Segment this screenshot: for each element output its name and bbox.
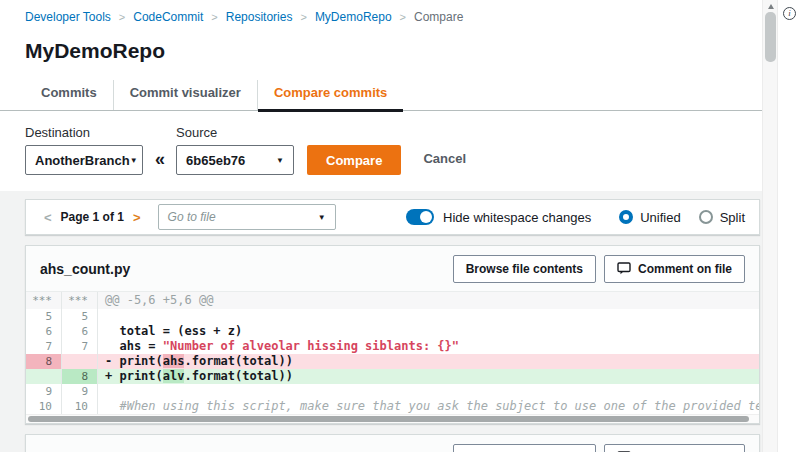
destination-select[interactable]: AnotherBranch ▼ [25, 145, 143, 175]
source-select[interactable]: 6b65eb76 ▼ [176, 145, 294, 175]
diff-table: *** *** @@ -5,6 +5,6 @@ 5 5 6 6 total = … [26, 291, 759, 414]
diff-line-content: ahs = "Number of alveolar hissing siblan… [98, 339, 759, 354]
browse-file-contents-button[interactable]: Browse file contents [453, 255, 596, 283]
radio-label: Split [720, 210, 745, 225]
toggle-knob [420, 211, 432, 223]
diff-toolbar: < Page 1 of 1 > Go to file ▼ Hide whites… [25, 199, 760, 235]
radio-label: Unified [640, 210, 680, 225]
diff-line-content [98, 384, 759, 399]
destination-field: Destination AnotherBranch ▼ [25, 125, 143, 175]
breadcrumb-link[interactable]: Developer Tools [25, 10, 111, 24]
source-field: Source 6b65eb76 ▼ [176, 125, 294, 175]
view-mode-unified[interactable]: Unified [619, 210, 680, 225]
go-to-file-select[interactable]: Go to file ▼ [158, 204, 336, 230]
chevron-down-icon: ▼ [318, 213, 326, 222]
destination-value: AnotherBranch [35, 153, 130, 168]
new-line-number: 7 [62, 339, 98, 354]
go-to-file-placeholder: Go to file [168, 210, 216, 224]
chevron-down-icon: ▼ [130, 156, 138, 165]
new-line-number: 6 [62, 324, 98, 339]
new-line-number: 10 [62, 399, 98, 414]
new-line-number: 9 [62, 384, 98, 399]
diff-line-content: - print(ahs.format(total)) [98, 354, 759, 369]
compare-button[interactable]: Compare [307, 145, 401, 175]
code-segment: total = (ess + z) [105, 324, 242, 338]
code-segment: .format(total)) [184, 369, 292, 383]
diff-line-content: total = (ess + z) [98, 324, 759, 339]
old-line-number: 10 [26, 399, 62, 414]
breadcrumb-link[interactable]: Repositories [226, 10, 293, 24]
view-mode-radio-group: UnifiedSplit [619, 210, 745, 225]
cancel-button[interactable]: Cancel [423, 145, 466, 175]
previous-page-button[interactable]: < [40, 210, 56, 225]
horizontal-scrollbar-thumb[interactable] [28, 416, 749, 422]
diff-line-content: + print(alv.format(total)) [98, 369, 759, 384]
tab-compare-commits[interactable]: Compare commits [257, 80, 403, 110]
file-diff-card: ahs_count.py Browse file contents Commen… [25, 245, 760, 424]
browse-file-contents-button[interactable]: Browse file contents [453, 444, 596, 452]
breadcrumb-separator-icon: > [300, 11, 306, 23]
vertical-scrollbar[interactable] [762, 0, 778, 452]
horizontal-scrollbar[interactable] [26, 414, 759, 423]
chevron-down-icon: ▼ [276, 156, 284, 165]
radio-icon [699, 210, 713, 224]
code-segment: @@ -5,6 +5,6 @@ [105, 293, 213, 307]
info-icon[interactable]: i [783, 7, 796, 20]
old-line-number: *** [26, 292, 62, 309]
diff-row: 6 6 total = (ess + z) [26, 324, 759, 339]
code-segment: #When using this script, make sure that … [105, 399, 759, 413]
tab-commits[interactable]: Commits [25, 80, 113, 110]
page-indicator: Page 1 of 1 [61, 210, 124, 224]
diff-line-content: @@ -5,6 +5,6 @@ [98, 292, 759, 309]
comment-on-file-button[interactable]: Comment on file [604, 255, 745, 283]
old-line-number: 9 [26, 384, 62, 399]
new-line-number: 8 [62, 369, 98, 384]
diff-row: 8 - print(ahs.format(total)) [26, 354, 759, 369]
new-line-number: *** [62, 292, 98, 309]
breadcrumb-current: Compare [414, 10, 463, 24]
breadcrumb-separator-icon: > [119, 11, 125, 23]
scroll-up-icon[interactable] [768, 4, 774, 9]
breadcrumb-link[interactable]: MyDemoRepo [315, 10, 392, 24]
code-segment: ahs [163, 354, 185, 368]
old-line-number [26, 369, 62, 384]
tab-bar: CommitsCommit visualizerCompare commits [0, 80, 762, 111]
breadcrumb-separator-icon: > [400, 11, 406, 23]
diff-line-content [98, 309, 759, 324]
breadcrumb-link[interactable]: CodeCommit [133, 10, 203, 24]
page-title: MyDemoRepo [0, 24, 762, 63]
diff-line-content: #When using this script, make sure that … [98, 399, 759, 414]
source-value: 6b65eb76 [186, 153, 245, 168]
page-header: Developer Tools>CodeCommit>Repositories>… [0, 0, 762, 191]
new-line-number: 5 [62, 309, 98, 324]
merge-direction-icon: « [155, 149, 165, 170]
file-diff-card: anothernew/dir2/anothertest.txt Added Br… [25, 434, 760, 452]
diff-row: 10 10 #When using this script, make sure… [26, 399, 759, 414]
code-segment: alv [163, 369, 185, 383]
main-content: Developer Tools>CodeCommit>Repositories>… [0, 0, 762, 452]
source-label: Source [176, 125, 294, 140]
radio-icon [619, 210, 633, 224]
tab-commit-visualizer[interactable]: Commit visualizer [113, 80, 257, 110]
view-mode-split[interactable]: Split [699, 210, 745, 225]
code-segment: ahs = [105, 339, 163, 353]
old-line-number: 8 [26, 354, 62, 369]
code-segment: .format(total)) [184, 354, 292, 368]
next-page-button[interactable]: > [129, 210, 145, 225]
diff-row: 8 + print(alv.format(total)) [26, 369, 759, 384]
help-panel-strip: i [779, 0, 800, 452]
file-header: anothernew/dir2/anothertest.txt Added Br… [26, 435, 759, 452]
vertical-scrollbar-thumb[interactable] [765, 12, 776, 62]
code-segment: - print( [105, 354, 163, 368]
file-name: ahs_count.py [40, 261, 130, 277]
old-line-number: 7 [26, 339, 62, 354]
destination-label: Destination [25, 125, 143, 140]
new-line-number [62, 354, 98, 369]
diff-row: 7 7 ahs = "Number of alveolar hissing si… [26, 339, 759, 354]
comment-on-file-button[interactable]: Comment on file [604, 444, 745, 452]
file-header: ahs_count.py Browse file contents Commen… [26, 246, 759, 291]
breadcrumb: Developer Tools>CodeCommit>Repositories>… [0, 0, 762, 24]
breadcrumb-separator-icon: > [211, 11, 217, 23]
diff-row: *** *** @@ -5,6 +5,6 @@ [26, 292, 759, 309]
hide-whitespace-toggle[interactable] [406, 209, 434, 225]
